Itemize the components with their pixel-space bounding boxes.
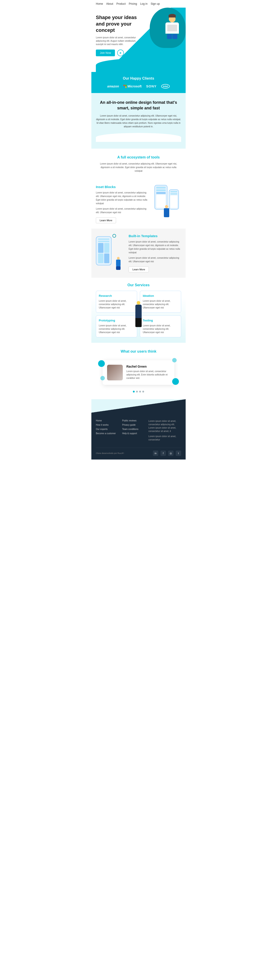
kneeling-legs [116,266,120,270]
testimonials-section: What our users think Rachel Green Lorem … [91,343,186,399]
instagram-icon[interactable]: ◎ [168,450,173,456]
feature-templates-image [96,234,125,270]
play-button[interactable] [117,49,124,56]
testimonial-name: Rachel Green [126,365,170,368]
feature-templates-heading: Built-in Templates [129,234,181,238]
footer: HomeHow it worksOur expertsBecome a cust… [91,413,186,460]
all-in-one-heading: An all-in-one online design format that'… [96,100,181,111]
feature-inset-para1: Lorem ipsum dolor sit amet, consectetur … [96,191,148,205]
inset-learn-more-button[interactable]: Learn More [96,218,116,223]
service-body-1: Lorem ipsum dolor sit amet, consectetur … [143,299,178,309]
feature-inset-text: Inset Blocks Lorem ipsum dolor sit amet,… [96,185,148,223]
phone-mockup-secondary [169,189,179,210]
nav-link-log-in[interactable]: Log in [140,2,147,5]
social-icons: in f ◎ t [153,450,181,456]
hero-illustration [147,10,183,50]
clients-section: Our Happy Clients amazon Microsoft SONY … [91,72,186,93]
ecosystem-section: A full ecosystem of tools Lorem ipsum do… [91,149,186,180]
dot-3[interactable] [139,391,141,393]
testimonials-heading: What our users think [96,350,181,353]
service-title-2: Prototyping [99,319,134,322]
footer-link-our-experts[interactable]: Our experts [96,428,118,430]
service-body-3: Lorem ipsum dolor sit amet, consectetur … [143,324,178,334]
service-title-1: Ideation [143,294,178,298]
linkedin-icon[interactable]: in [153,450,158,456]
templates-phone [96,236,112,266]
join-button[interactable]: Join Now [96,49,115,56]
feature-inset-heading: Inset Blocks [96,185,148,189]
templates-learn-more-button[interactable]: Learn More [129,267,149,272]
service-body-0: Lorem ipsum dolor sit amet, consectetur … [99,299,134,309]
testimonial-card: Rachel Green Lorem ipsum dolor sit amet,… [102,360,175,385]
nav-link-home[interactable]: Home [96,2,103,5]
avatar [107,365,123,380]
ecosystem-body: Lorem ipsum dolor sit amet, consectetur … [98,162,179,173]
hero-section: Shape your ideas and prove your concept … [91,8,186,72]
all-in-one-body: Lorem ipsum dolor sit amet, consectetur … [96,114,181,129]
feature-templates-text: Built-in Templates Lorem ipsum dolor sit… [129,234,181,272]
footer-grid: HomeHow it worksOur expertsBecome a cust… [96,419,181,443]
nav-links: HomeAboutProductPricingLog inSign up [96,2,160,5]
all-in-one-section: An all-in-one online design format that'… [91,93,186,149]
feature-templates-para2: Lorem ipsum dolor sit amet, consectetur … [129,256,181,263]
person-body [164,208,169,217]
hero-person [165,12,179,39]
footer-link-public-reviews[interactable]: Public reviews [122,419,144,422]
person-head [165,205,168,208]
hero-buttons: Join Now [96,49,141,56]
footer-link-team-conditions[interactable]: Team conditions [122,428,144,430]
feature-templates-row: Built-in Templates Lorem ipsum dolor sit… [96,234,181,272]
service-title-0: Research [99,294,134,298]
footer-link-help-&-support[interactable]: Help & support [122,432,144,434]
services-heading: Our Services [96,283,181,287]
facebook-icon[interactable]: f [160,450,166,456]
twitter-icon[interactable]: t [176,450,181,456]
nav-link-sign-up[interactable]: Sign up [151,2,160,5]
dot-4[interactable] [143,391,144,393]
feature-templates-para1: Lorem ipsum dolor sit amet, consectetur … [129,240,181,255]
testimonial-info: Rachel Green Lorem ipsum dolor sit amet,… [126,365,170,380]
avatar-placeholder [107,365,123,380]
sony-logo: SONY [146,84,157,88]
search-circle-icon [112,234,116,238]
footer-link-how-it-works[interactable]: How it works [96,424,118,426]
templates-mockup [96,234,120,270]
leg-right [172,34,177,39]
dot-2[interactable] [136,391,138,393]
microsoft-logo: Microsoft [123,84,142,88]
hero-title: Shape your ideas and prove your concept [96,14,141,33]
body [165,22,179,33]
feature-templates-section: Built-in Templates Lorem ipsum dolor sit… [91,229,186,278]
laptop [167,25,177,31]
testimonial-container: Rachel Green Lorem ipsum dolor sit amet,… [96,358,181,387]
service-card-testing: TestingLorem ipsum dolor sit amet, conse… [140,315,181,337]
feature-inset-row: Inset Blocks Lorem ipsum dolor sit amet,… [96,185,181,223]
hair [168,14,176,18]
intel-logo: intel [161,84,170,89]
nav-link-product[interactable]: Product [116,2,125,5]
nav-link-pricing[interactable]: Pricing [129,2,137,5]
service-body-2: Lorem ipsum dolor sit amet, consectetur … [99,324,134,334]
nav-link-about[interactable]: About [106,2,113,5]
navigation: HomeAboutProductPricingLog inSign up [91,0,186,8]
services-grid: ResearchLorem ipsum dolor sit amet, cons… [96,291,181,337]
hero-content: Shape your ideas and prove your concept … [96,14,141,56]
services-grid-container: ResearchLorem ipsum dolor sit amet, cons… [96,291,181,337]
footer-desc-1: Lorem ipsum dolor sit amet, consectetur … [148,419,181,433]
footer-link-become-a-customer[interactable]: Become a customer [96,432,118,434]
leg-left [167,34,172,39]
feature-inset-image [152,185,181,217]
testimonial-dots [96,391,181,393]
footer-link-home[interactable]: Home [96,419,118,422]
services-section: Our Services ResearchLorem ipsum dolor s… [91,278,186,343]
kneeling-person [116,257,120,270]
hero-wave [96,59,181,72]
ecosystem-heading: A full ecosystem of tools [96,155,181,159]
service-title-3: Testing [143,319,178,322]
legs [165,34,179,39]
dot-1[interactable] [133,391,134,393]
footer-link-privacy-guide[interactable]: Privacy guide [122,424,144,426]
testimonial-body: Lorem ipsum dolor sit amet, consectetur … [126,370,170,380]
clients-heading: Our Happy Clients [96,76,181,81]
section-wave [96,133,181,142]
